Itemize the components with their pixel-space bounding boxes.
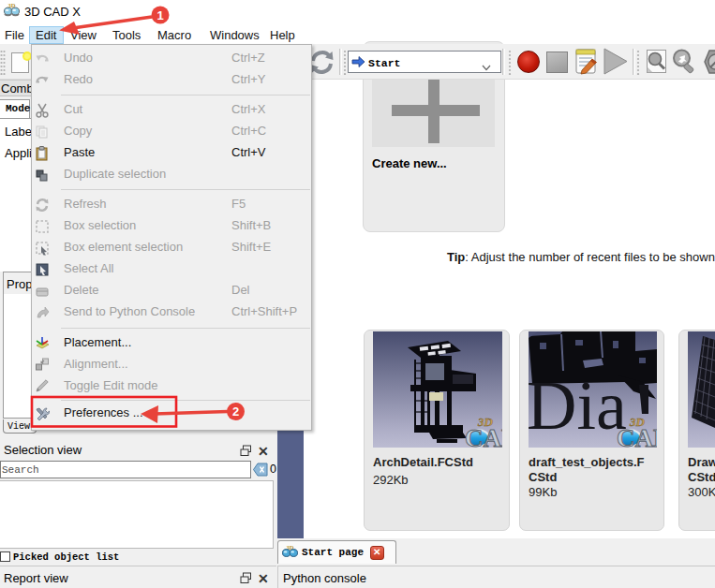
svg-text:1: 1 — [156, 8, 163, 22]
svg-text:2: 2 — [232, 404, 239, 419]
